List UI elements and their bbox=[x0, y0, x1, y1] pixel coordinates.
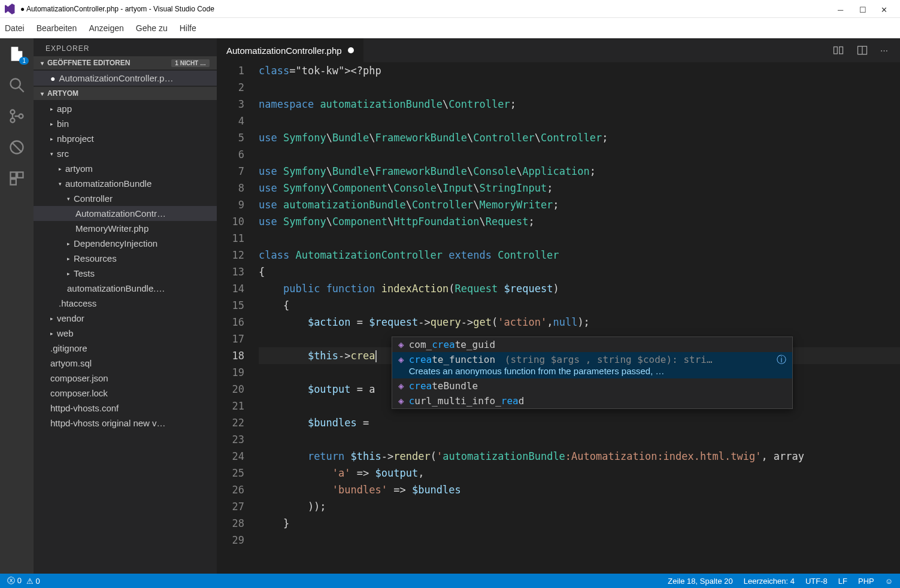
modified-dot-icon bbox=[348, 47, 354, 53]
menu-bearbeiten[interactable]: Bearbeiten bbox=[37, 23, 77, 33]
autocomplete-item[interactable]: ◈ createBundle bbox=[392, 378, 792, 393]
tree-item[interactable]: composer.json bbox=[34, 371, 217, 386]
chevron-icon: ▸ bbox=[50, 331, 53, 337]
chevron-icon: ▸ bbox=[67, 241, 70, 247]
tree-item[interactable]: MemoryWriter.php bbox=[34, 221, 217, 236]
tree-item[interactable]: ▸artyom bbox=[34, 161, 217, 176]
open-editors-header[interactable]: ▾ GEÖFFNETE EDITOREN 1 NICHT … bbox=[34, 56, 217, 69]
tree-item[interactable]: ▸nbproject bbox=[34, 131, 217, 146]
tab-active[interactable]: AutomatizationController.php bbox=[217, 38, 363, 62]
errors-icon[interactable]: ⓧ 0 bbox=[7, 575, 22, 586]
eol-status[interactable]: LF bbox=[838, 577, 847, 586]
tree-label: web bbox=[57, 328, 74, 338]
code-area[interactable]: 1234567891011121314151617181920212223242… bbox=[217, 62, 900, 574]
code-lines[interactable]: class="tok-kw"><?php namespace automatiz… bbox=[259, 62, 900, 574]
tree-item[interactable]: ▸vendor bbox=[34, 311, 217, 326]
tree-item[interactable]: httpd-vhosts original new v… bbox=[34, 416, 217, 431]
maximize-icon[interactable]: ☐ bbox=[859, 5, 866, 13]
titlebar: ● AutomatizationController.php - artyom … bbox=[0, 0, 900, 18]
scm-icon[interactable] bbox=[8, 108, 25, 125]
tree-item[interactable]: ▸web bbox=[34, 326, 217, 341]
tree-label: AutomatizationContr… bbox=[75, 208, 166, 219]
project-header[interactable]: ▾ ARTYOM bbox=[34, 87, 217, 100]
tree-item[interactable]: ▾Controller bbox=[34, 191, 217, 206]
tab-label: AutomatizationController.php bbox=[226, 46, 342, 56]
tree-label: composer.lock bbox=[50, 388, 108, 398]
tree-label: vendor bbox=[57, 313, 84, 323]
tree-item[interactable]: ▸Tests bbox=[34, 266, 217, 281]
tree-label: httpd-vhosts original new v… bbox=[50, 418, 166, 428]
close-icon[interactable]: ✕ bbox=[881, 5, 888, 13]
tree-item[interactable]: automatizationBundle.… bbox=[34, 281, 217, 296]
autocomplete-item[interactable]: ◈ curl_multi_info_read bbox=[392, 393, 792, 408]
minimize-icon[interactable]: ─ bbox=[838, 5, 845, 13]
editor: AutomatizationController.php ⋯ 123456789… bbox=[217, 38, 900, 574]
tree-label: app bbox=[57, 104, 72, 114]
tree-item[interactable]: artyom.sql bbox=[34, 356, 217, 371]
sidebar-title: EXPLORER bbox=[34, 38, 217, 56]
menubar: Datei Bearbeiten Anzeigen Gehe zu Hilfe bbox=[0, 18, 900, 38]
language-status[interactable]: PHP bbox=[858, 577, 874, 586]
chevron-icon: ▸ bbox=[67, 256, 70, 262]
tree-label: Controller bbox=[74, 193, 113, 204]
menu-hilfe[interactable]: Hilfe bbox=[180, 23, 196, 33]
chevron-down-icon: ▾ bbox=[41, 60, 44, 66]
tree-item[interactable]: ▸DependencyInjection bbox=[34, 236, 217, 251]
debug-icon[interactable] bbox=[8, 139, 25, 156]
svg-rect-10 bbox=[834, 47, 838, 54]
menu-anzeigen[interactable]: Anzeigen bbox=[89, 23, 123, 33]
method-icon: ◈ bbox=[398, 380, 404, 392]
tree-item[interactable]: ▸bin bbox=[34, 116, 217, 131]
method-icon: ◈ bbox=[398, 395, 404, 407]
tree-label: bin bbox=[57, 119, 69, 129]
chevron-down-icon: ▾ bbox=[41, 90, 44, 97]
tree-label: artyom.sql bbox=[50, 358, 92, 368]
svg-rect-8 bbox=[17, 172, 23, 178]
autocomplete-item[interactable]: ◈ com_create_guid bbox=[392, 337, 792, 352]
svg-point-3 bbox=[11, 119, 15, 123]
tree-item[interactable]: AutomatizationContr… bbox=[34, 206, 217, 221]
tree-label: automatizationBundle bbox=[65, 178, 151, 189]
project-label: ARTYOM bbox=[47, 89, 78, 98]
chevron-icon: ▾ bbox=[50, 151, 53, 157]
open-editors-label: GEÖFFNETE EDITOREN bbox=[47, 59, 130, 67]
feedback-icon[interactable]: ☺ bbox=[885, 577, 893, 586]
sidebar: EXPLORER ▾ GEÖFFNETE EDITOREN 1 NICHT … … bbox=[34, 38, 217, 574]
tree-label: MemoryWriter.php bbox=[75, 223, 149, 234]
encoding-status[interactable]: UTF-8 bbox=[805, 577, 828, 586]
tree-item[interactable]: ▾automatizationBundle bbox=[34, 176, 217, 191]
menu-gehezu[interactable]: Gehe zu bbox=[136, 23, 168, 33]
tree-item[interactable]: ▸Resources bbox=[34, 251, 217, 266]
extensions-icon[interactable] bbox=[8, 170, 25, 187]
menu-datei[interactable]: Datei bbox=[5, 23, 25, 33]
window-title: ● AutomatizationController.php - artyom … bbox=[20, 5, 838, 13]
tree-item[interactable]: ▸app bbox=[34, 101, 217, 116]
tree-label: Resources bbox=[74, 253, 117, 263]
search-icon[interactable] bbox=[8, 77, 25, 93]
tree-item[interactable]: ▾src bbox=[34, 146, 217, 161]
chevron-icon: ▸ bbox=[59, 166, 62, 172]
tree-item[interactable]: .gitignore bbox=[34, 341, 217, 356]
tree-label: httpd-vhosts.conf bbox=[50, 403, 119, 413]
compare-icon[interactable] bbox=[832, 44, 844, 56]
tabs: AutomatizationController.php ⋯ bbox=[217, 38, 900, 62]
info-icon[interactable]: ⓘ bbox=[777, 354, 786, 366]
tree-item[interactable]: .htaccess bbox=[34, 296, 217, 311]
explorer-icon[interactable]: 1 bbox=[8, 46, 25, 62]
warnings-icon[interactable]: ⚠ 0 bbox=[26, 577, 40, 586]
tree-item[interactable]: httpd-vhosts.conf bbox=[34, 401, 217, 416]
tree-item[interactable]: composer.lock bbox=[34, 386, 217, 401]
tree-label: .gitignore bbox=[50, 343, 87, 353]
autocomplete-popup[interactable]: ◈ com_create_guid ◈ create_function (str… bbox=[392, 337, 793, 409]
open-editor-item[interactable]: ● AutomatizationController.p… bbox=[34, 71, 217, 86]
svg-rect-7 bbox=[11, 172, 16, 178]
indent-status[interactable]: Leerzeichen: 4 bbox=[744, 577, 795, 586]
svg-point-0 bbox=[11, 79, 20, 89]
chevron-icon: ▸ bbox=[50, 316, 53, 322]
tree-label: src bbox=[57, 148, 69, 159]
more-icon[interactable]: ⋯ bbox=[880, 46, 888, 55]
cursor-position[interactable]: Zeile 18, Spalte 20 bbox=[668, 577, 732, 586]
method-icon: ◈ bbox=[398, 354, 404, 365]
autocomplete-item-selected[interactable]: ◈ create_function (string $args , string… bbox=[392, 352, 792, 378]
split-icon[interactable] bbox=[856, 44, 868, 56]
